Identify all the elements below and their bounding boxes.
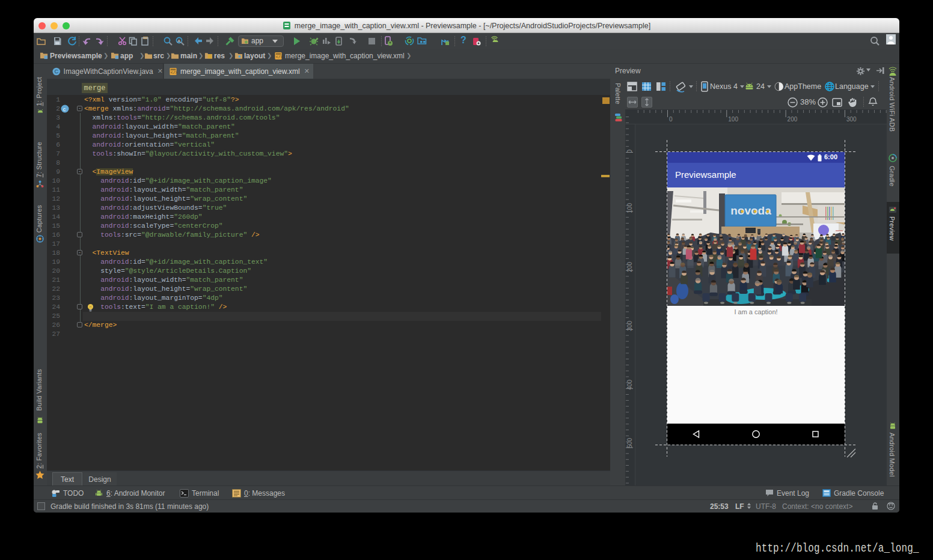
svg-text:A: A <box>177 38 181 44</box>
svg-text:300: 300 <box>846 116 857 123</box>
svg-text:200: 200 <box>788 116 798 123</box>
svg-text:</>: </> <box>171 70 177 75</box>
svg-text:0: 0 <box>669 116 673 123</box>
svg-text:c: c <box>63 106 66 112</box>
svg-text:C: C <box>54 68 58 75</box>
svg-text:</>: </> <box>276 55 283 59</box>
svg-text:100: 100 <box>728 116 738 123</box>
svg-text:novoda: novoda <box>730 204 771 217</box>
